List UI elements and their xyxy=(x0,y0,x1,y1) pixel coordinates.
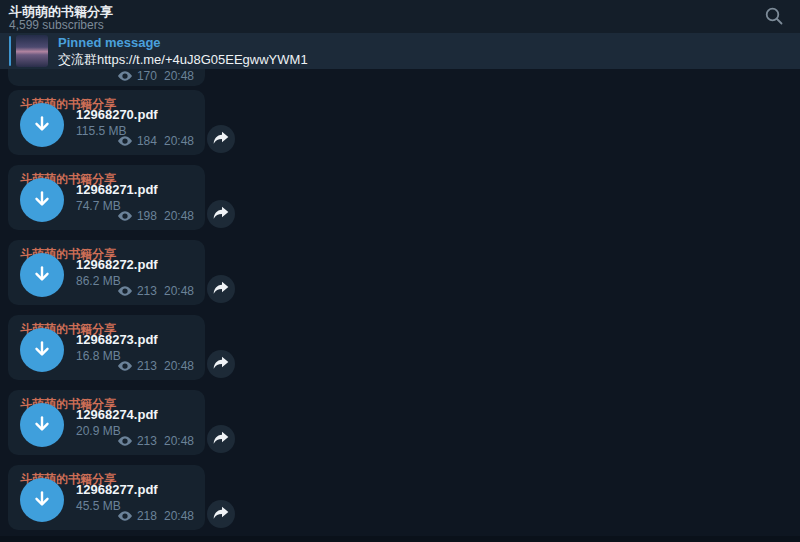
file-size: 20.9 MB xyxy=(76,424,121,438)
views-count: 218 xyxy=(137,509,157,523)
search-icon xyxy=(763,15,785,30)
forward-arrow-icon xyxy=(213,506,229,523)
download-button[interactable] xyxy=(20,178,64,222)
message-row: 斗萌萌的书籍分享 12968274.pdf 20.9 MB 213 xyxy=(0,390,240,455)
forward-button[interactable] xyxy=(207,350,235,378)
download-arrow-icon xyxy=(31,338,53,363)
download-arrow-icon xyxy=(31,263,53,288)
pinned-thumbnail xyxy=(16,35,48,67)
message-bubble[interactable]: 斗萌萌的书籍分享 12968271.pdf 74.7 MB 198 xyxy=(8,165,205,230)
file-name[interactable]: 12968271.pdf xyxy=(76,182,158,197)
message-bubble[interactable]: 斗萌萌的书籍分享 12968272.pdf 86.2 MB 213 xyxy=(8,240,205,305)
views-count: 213 xyxy=(137,434,157,448)
views-count: 213 xyxy=(137,284,157,298)
forward-arrow-icon xyxy=(213,131,229,148)
message-time: 20:48 xyxy=(164,359,194,373)
download-arrow-icon xyxy=(31,488,53,513)
pinned-label: Pinned message xyxy=(58,35,161,50)
file-name[interactable]: 12968272.pdf xyxy=(76,257,158,272)
views-eye-icon xyxy=(118,136,132,146)
download-button[interactable] xyxy=(20,103,64,147)
message-row: 斗萌萌的书籍分享 12968272.pdf 86.2 MB 213 xyxy=(0,240,240,305)
download-arrow-icon xyxy=(31,413,53,438)
forward-button[interactable] xyxy=(207,125,235,153)
download-button[interactable] xyxy=(20,253,64,297)
message-time: 20:48 xyxy=(164,509,194,523)
views-eye-icon xyxy=(118,511,132,521)
pinned-text: 交流群https://t.me/+4uJ8G05EEgwwYWM1 xyxy=(58,51,308,69)
pinned-message-bar[interactable]: Pinned message 交流群https://t.me/+4uJ8G05E… xyxy=(0,33,800,69)
compose-area-edge xyxy=(0,536,800,542)
message-time: 20:48 xyxy=(164,134,194,148)
views-eye-icon xyxy=(118,286,132,296)
forward-arrow-icon xyxy=(213,206,229,223)
views-eye-icon xyxy=(118,211,132,221)
message-time: 20:48 xyxy=(164,209,194,223)
message-bubble-partial: 170 20:48 xyxy=(8,69,205,86)
message-list[interactable]: 170 20:48 斗萌萌的书籍分享 12968270.pdf 115.5 MB xyxy=(0,69,800,542)
download-arrow-icon xyxy=(31,113,53,138)
message-time: 20:48 xyxy=(164,284,194,298)
views-eye-icon xyxy=(118,361,132,371)
message-bubble[interactable]: 斗萌萌的书籍分享 12968277.pdf 45.5 MB 218 xyxy=(8,465,205,530)
message-row: 斗萌萌的书籍分享 12968273.pdf 16.8 MB 213 xyxy=(0,315,240,380)
message-row: 斗萌萌的书籍分享 12968277.pdf 45.5 MB 218 xyxy=(0,465,240,530)
forward-button[interactable] xyxy=(207,275,235,303)
message-bubble[interactable]: 斗萌萌的书籍分享 12968273.pdf 16.8 MB 213 xyxy=(8,315,205,380)
file-name[interactable]: 12968270.pdf xyxy=(76,107,158,122)
download-button[interactable] xyxy=(20,478,64,522)
forward-arrow-icon xyxy=(213,431,229,448)
views-eye-icon xyxy=(118,71,132,81)
message-row: 斗萌萌的书籍分享 12968271.pdf 74.7 MB 198 xyxy=(0,165,240,230)
telegram-chat-window: 斗萌萌的书籍分享 4,599 subscribers Pinned messag… xyxy=(0,0,800,542)
download-button[interactable] xyxy=(20,328,64,372)
file-name[interactable]: 12968273.pdf xyxy=(76,332,158,347)
subscriber-count: 4,599 subscribers xyxy=(9,18,104,32)
message-bubble[interactable]: 斗萌萌的书籍分享 12968274.pdf 20.9 MB 213 xyxy=(8,390,205,455)
views-count: 213 xyxy=(137,359,157,373)
file-name[interactable]: 12968277.pdf xyxy=(76,482,158,497)
file-size: 16.8 MB xyxy=(76,349,121,363)
views-eye-icon xyxy=(118,436,132,446)
file-size: 74.7 MB xyxy=(76,199,121,213)
file-size: 86.2 MB xyxy=(76,274,121,288)
search-button[interactable] xyxy=(762,5,786,29)
views-count: 170 xyxy=(137,69,157,83)
forward-arrow-icon xyxy=(213,281,229,298)
file-name[interactable]: 12968274.pdf xyxy=(76,407,158,422)
forward-arrow-icon xyxy=(213,356,229,373)
file-size: 45.5 MB xyxy=(76,499,121,513)
message-time: 20:48 xyxy=(164,434,194,448)
message-bubble[interactable]: 斗萌萌的书籍分享 12968270.pdf 115.5 MB 184 xyxy=(8,90,205,155)
chat-header[interactable]: 斗萌萌的书籍分享 4,599 subscribers xyxy=(0,0,800,33)
message-row: 斗萌萌的书籍分享 12968270.pdf 115.5 MB 184 xyxy=(0,90,240,155)
forward-button[interactable] xyxy=(207,500,235,528)
download-button[interactable] xyxy=(20,403,64,447)
download-arrow-icon xyxy=(31,188,53,213)
pinned-accent-line xyxy=(9,36,11,66)
views-count: 198 xyxy=(137,209,157,223)
message-time: 20:48 xyxy=(164,69,194,83)
forward-button[interactable] xyxy=(207,425,235,453)
views-count: 184 xyxy=(137,134,157,148)
forward-button[interactable] xyxy=(207,200,235,228)
